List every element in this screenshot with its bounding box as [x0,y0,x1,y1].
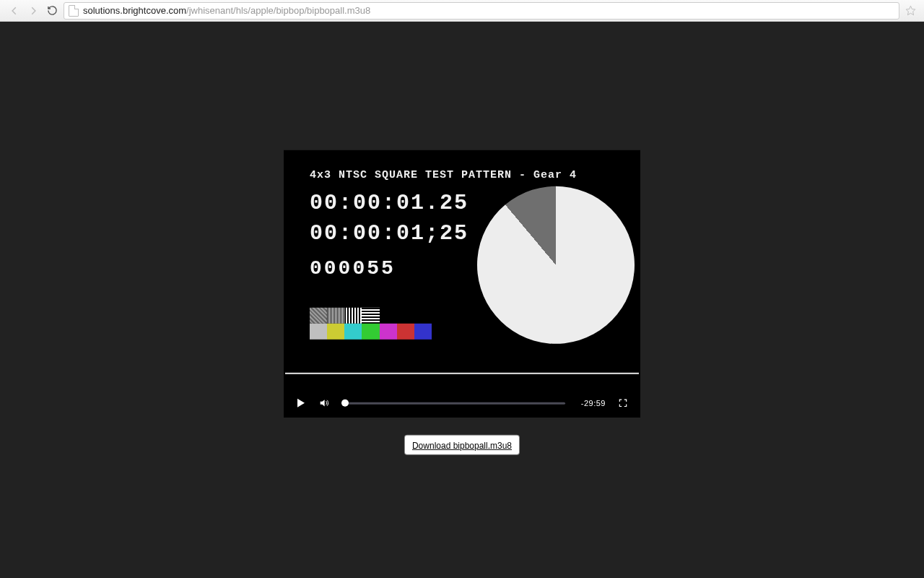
play-icon [297,399,305,407]
video-player: 4x3 NTSC SQUARE TEST PATTERN - Gear 4 00… [284,150,640,418]
fullscreen-icon [618,398,628,408]
seek-bar[interactable] [341,397,565,409]
download-pill: Download bipbopall.m3u8 [405,436,519,454]
page-icon [69,5,79,17]
time-remaining: -29:59 [577,399,606,407]
video-canvas[interactable]: 4x3 NTSC SQUARE TEST PATTERN - Gear 4 00… [284,150,640,418]
url-text: solutions.brightcove.com/jwhisenant/hls/… [83,5,370,16]
color-bars [310,308,432,340]
bookmark-star-icon[interactable] [904,4,917,17]
forward-button[interactable] [26,4,40,18]
volume-button[interactable] [318,397,330,409]
seek-thumb[interactable] [341,400,349,407]
browser-toolbar: solutions.brightcove.com/jwhisenant/hls/… [0,0,924,22]
url-host: solutions.brightcove.com [83,5,186,16]
timecode-2: 00:00:01;25 [310,221,468,246]
svg-marker-0 [906,6,915,15]
frame-counter: 000055 [310,257,396,280]
video-divider [285,373,639,374]
page-body: 4x3 NTSC SQUARE TEST PATTERN - Gear 4 00… [0,22,924,578]
video-controls: -29:59 [284,389,640,418]
test-pattern-title: 4x3 NTSC SQUARE TEST PATTERN - Gear 4 [310,169,577,181]
address-bar[interactable]: solutions.brightcove.com/jwhisenant/hls/… [64,2,899,20]
reload-button[interactable] [45,4,59,18]
volume-icon [318,397,330,409]
fullscreen-button[interactable] [617,397,629,409]
back-button[interactable] [7,4,22,18]
progress-pie [445,154,640,376]
url-path: /jwhisenant/hls/apple/bipbop/bipbopall.m… [186,5,370,16]
timecode-1: 00:00:01.25 [310,191,468,215]
download-link[interactable]: Download bipbopall.m3u8 [412,441,512,451]
play-button[interactable] [295,397,307,409]
